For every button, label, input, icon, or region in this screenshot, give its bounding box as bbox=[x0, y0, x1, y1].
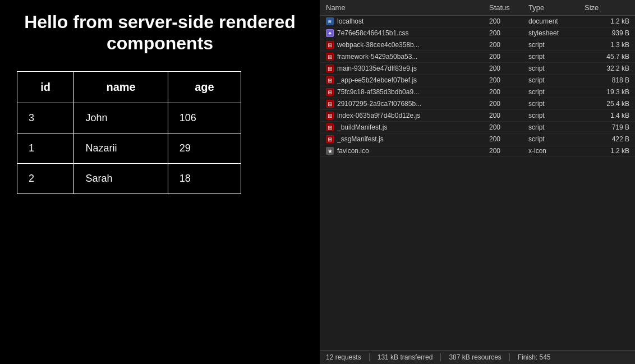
col-type: Type bbox=[528, 3, 585, 12]
cell-name: Sarah bbox=[74, 163, 168, 193]
cell-name: Nazarii bbox=[74, 133, 168, 163]
network-status: 200 bbox=[489, 135, 528, 143]
right-panel: Name Status Type Size ≡ localhost 200 do… bbox=[320, 0, 635, 364]
footer-finish: Finish: 545 bbox=[510, 353, 559, 361]
network-name-cell: ⊞ _app-ee5b24ebcef07bef.js bbox=[326, 76, 489, 84]
network-filename: webpack-38cee4c0e358b... bbox=[337, 41, 420, 49]
network-type: script bbox=[528, 64, 585, 72]
network-size: 45.7 kB bbox=[585, 53, 629, 61]
network-type: script bbox=[528, 53, 585, 61]
network-row[interactable]: ★ favicon.ico 200 x-icon 1.2 kB bbox=[320, 145, 635, 157]
page-heading: Hello from server-side rendered componen… bbox=[17, 11, 303, 54]
network-row[interactable]: ⊞ _app-ee5b24ebcef07bef.js 200 script 81… bbox=[320, 75, 635, 86]
network-footer: 12 requests 131 kB transferred 387 kB re… bbox=[320, 350, 635, 364]
network-size: 939 B bbox=[585, 29, 629, 37]
network-filename: 7e76e58c466415b1.css bbox=[337, 29, 408, 37]
cell-id: 3 bbox=[17, 103, 74, 133]
network-row[interactable]: ⊞ main-930135e47dff83e9.js 200 script 32… bbox=[320, 63, 635, 75]
js-icon: ⊞ bbox=[326, 76, 334, 84]
network-name-cell: ⊞ index-0635a9f7d4b0d12e.js bbox=[326, 112, 489, 119]
network-status: 200 bbox=[489, 88, 528, 96]
network-type: script bbox=[528, 123, 585, 131]
cell-age: 29 bbox=[168, 133, 241, 163]
network-type: script bbox=[528, 100, 585, 108]
network-filename: _ssgManifest.js bbox=[337, 135, 384, 143]
cell-age: 106 bbox=[168, 103, 241, 133]
network-status: 200 bbox=[489, 112, 528, 119]
left-panel: Hello from server-side rendered componen… bbox=[0, 0, 320, 364]
cell-name: John bbox=[74, 103, 168, 133]
css-icon: ✦ bbox=[326, 29, 334, 37]
network-filename: 29107295-2a9ca7f07685b... bbox=[337, 100, 421, 108]
footer-transferred: 131 kB transferred bbox=[370, 353, 441, 361]
network-name-cell: ≡ localhost bbox=[326, 17, 489, 25]
network-row[interactable]: ⊞ 29107295-2a9ca7f07685b... 200 script 2… bbox=[320, 98, 635, 110]
network-size: 1.2 kB bbox=[585, 17, 629, 25]
network-type: document bbox=[528, 17, 585, 25]
js-icon: ⊞ bbox=[326, 53, 334, 61]
network-row[interactable]: ⊞ 75fc9c18-af385d3bdb0a9... 200 script 1… bbox=[320, 86, 635, 98]
col-size: Size bbox=[585, 3, 629, 12]
network-header: Name Status Type Size bbox=[320, 0, 635, 16]
network-type: script bbox=[528, 88, 585, 96]
network-name-cell: ✦ 7e76e58c466415b1.css bbox=[326, 29, 489, 37]
network-status: 200 bbox=[489, 41, 528, 49]
network-size: 818 B bbox=[585, 76, 629, 84]
network-size: 1.4 kB bbox=[585, 112, 629, 119]
table-header-row: id name age bbox=[17, 71, 241, 103]
cell-age: 18 bbox=[168, 163, 241, 193]
network-status: 200 bbox=[489, 64, 528, 72]
network-size: 719 B bbox=[585, 123, 629, 131]
network-name-cell: ⊞ _ssgManifest.js bbox=[326, 135, 489, 143]
js-icon: ⊞ bbox=[326, 135, 334, 143]
footer-resources: 387 kB resources bbox=[441, 353, 509, 361]
col-header-age: age bbox=[168, 71, 241, 103]
network-row[interactable]: ≡ localhost 200 document 1.2 kB bbox=[320, 16, 635, 27]
network-type: script bbox=[528, 76, 585, 84]
network-size: 25.4 kB bbox=[585, 100, 629, 108]
data-table: id name age 3John1061Nazarii292Sarah18 bbox=[17, 71, 241, 194]
js-icon: ⊞ bbox=[326, 123, 334, 131]
js-icon: ⊞ bbox=[326, 64, 334, 72]
network-row[interactable]: ⊞ _ssgManifest.js 200 script 422 B bbox=[320, 133, 635, 145]
col-name: Name bbox=[326, 3, 489, 12]
footer-requests: 12 requests bbox=[326, 353, 370, 361]
network-type: script bbox=[528, 41, 585, 49]
network-row[interactable]: ⊞ webpack-38cee4c0e358b... 200 script 1.… bbox=[320, 39, 635, 51]
col-header-name: name bbox=[74, 71, 168, 103]
network-filename: localhost bbox=[337, 17, 363, 25]
network-status: 200 bbox=[489, 123, 528, 131]
cell-id: 1 bbox=[17, 133, 74, 163]
network-name-cell: ⊞ 75fc9c18-af385d3bdb0a9... bbox=[326, 88, 489, 96]
table-row: 2Sarah18 bbox=[17, 163, 241, 193]
network-size: 1.3 kB bbox=[585, 41, 629, 49]
js-icon: ⊞ bbox=[326, 41, 334, 49]
network-size: 19.3 kB bbox=[585, 88, 629, 96]
fav-icon: ★ bbox=[326, 147, 334, 155]
cell-id: 2 bbox=[17, 163, 74, 193]
network-status: 200 bbox=[489, 147, 528, 155]
network-size: 32.2 kB bbox=[585, 64, 629, 72]
network-status: 200 bbox=[489, 100, 528, 108]
js-icon: ⊞ bbox=[326, 100, 334, 108]
network-type: script bbox=[528, 112, 585, 119]
network-name-cell: ★ favicon.ico bbox=[326, 147, 489, 155]
network-row[interactable]: ✦ 7e76e58c466415b1.css 200 stylesheet 93… bbox=[320, 27, 635, 39]
col-status: Status bbox=[489, 3, 528, 12]
network-row[interactable]: ⊞ framework-5429a50ba53... 200 script 45… bbox=[320, 51, 635, 63]
network-size: 1.2 kB bbox=[585, 147, 629, 155]
network-filename: framework-5429a50ba53... bbox=[337, 53, 417, 61]
table-row: 1Nazarii29 bbox=[17, 133, 241, 163]
col-header-id: id bbox=[17, 71, 74, 103]
network-name-cell: ⊞ webpack-38cee4c0e358b... bbox=[326, 41, 489, 49]
network-filename: _app-ee5b24ebcef07bef.js bbox=[337, 76, 417, 84]
network-type: script bbox=[528, 135, 585, 143]
network-rows: ≡ localhost 200 document 1.2 kB ✦ 7e76e5… bbox=[320, 16, 635, 350]
js-icon: ⊞ bbox=[326, 112, 334, 119]
network-row[interactable]: ⊞ index-0635a9f7d4b0d12e.js 200 script 1… bbox=[320, 110, 635, 122]
network-row[interactable]: ⊞ _buildManifest.js 200 script 719 B bbox=[320, 122, 635, 133]
network-type: stylesheet bbox=[528, 29, 585, 37]
network-size: 422 B bbox=[585, 135, 629, 143]
network-status: 200 bbox=[489, 17, 528, 25]
network-status: 200 bbox=[489, 76, 528, 84]
